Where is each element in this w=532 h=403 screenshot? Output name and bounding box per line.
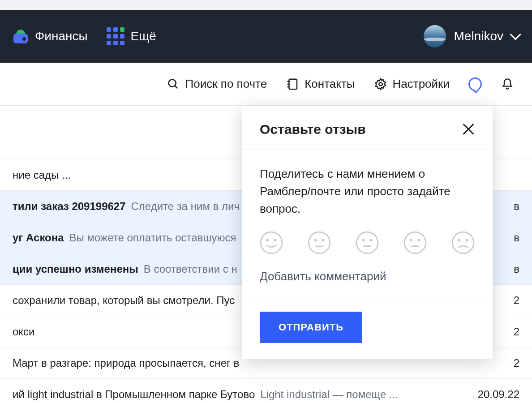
- user-menu[interactable]: Melnikov: [424, 25, 519, 47]
- svg-line-1: [175, 86, 177, 88]
- gear-icon: [374, 77, 387, 91]
- svg-point-9: [275, 240, 276, 241]
- nav-finance-label: Финансы: [35, 29, 88, 43]
- smiley-happy[interactable]: [308, 231, 331, 254]
- mail-subject: ние сады ...: [13, 169, 71, 181]
- grid-icon: [107, 27, 124, 45]
- svg-point-7: [261, 232, 282, 253]
- submit-button[interactable]: ОТПРАВИТЬ: [260, 312, 362, 343]
- mail-subject: ции успешно изменены: [13, 263, 138, 275]
- mail-subject: окси: [13, 326, 35, 338]
- svg-point-15: [370, 240, 372, 241]
- popup-title: Оставьте отзыв: [260, 122, 366, 137]
- mail-subject: сохранили товар, который вы смотрели. Пу…: [13, 294, 235, 307]
- svg-point-18: [411, 240, 412, 241]
- smiley-very-sad[interactable]: [451, 231, 475, 254]
- mail-date: в: [514, 263, 519, 275]
- close-button[interactable]: [462, 123, 475, 136]
- feedback-popup: Оставьте отзыв Поделитесь с нами мнением…: [242, 106, 493, 359]
- mail-preview: В соответствии с н: [144, 263, 237, 275]
- svg-point-8: [267, 240, 268, 241]
- svg-point-0: [168, 79, 176, 86]
- svg-point-17: [404, 232, 426, 253]
- svg-rect-2: [289, 79, 297, 89]
- popup-footer: ОТПРАВИТЬ: [242, 297, 493, 359]
- add-comment-link[interactable]: Добавить комментарий: [260, 270, 475, 283]
- popup-header: Оставьте отзыв: [242, 106, 493, 150]
- svg-point-19: [418, 240, 420, 241]
- mail-date: в: [514, 232, 519, 244]
- svg-point-12: [322, 240, 324, 241]
- mail-subject: тили заказ 209199627: [13, 200, 126, 213]
- search-label: Поиск по почте: [185, 77, 267, 91]
- contacts-icon: [286, 77, 299, 91]
- mail-subject: Март в разгаре: природа просыпается, сне…: [13, 357, 239, 369]
- mail-date: 2: [514, 294, 519, 307]
- popup-body: Поделитесь с нами мнением о Рамблер/почт…: [242, 150, 493, 297]
- search-icon: [167, 77, 180, 91]
- notifications-button[interactable]: [501, 77, 514, 91]
- svg-point-11: [315, 240, 316, 241]
- toolbar: Поиск по почте Контакты Настройки: [0, 63, 532, 106]
- chevron-down-icon: [510, 29, 521, 40]
- svg-point-13: [356, 232, 378, 253]
- svg-point-10: [309, 232, 330, 253]
- smiley-neutral[interactable]: [356, 231, 379, 254]
- settings-label: Настройки: [393, 77, 450, 91]
- wallet-icon: [13, 28, 29, 44]
- mail-preview: Следите за ним в лич: [131, 200, 240, 213]
- svg-point-21: [459, 240, 460, 241]
- svg-point-20: [452, 232, 474, 253]
- mail-date: в: [514, 200, 519, 213]
- smiley-sad[interactable]: [403, 231, 427, 254]
- avatar: [424, 25, 446, 47]
- mail-date: 2: [514, 357, 519, 369]
- svg-point-14: [363, 240, 364, 241]
- contacts-button[interactable]: Контакты: [286, 77, 355, 91]
- feedback-icon: [468, 77, 482, 91]
- nav-finance[interactable]: Финансы: [13, 28, 88, 44]
- bell-icon: [501, 77, 514, 91]
- mail-row[interactable]: ий light industrial в Промышленном парке…: [0, 379, 532, 403]
- mail-date: 2: [514, 326, 519, 338]
- mail-subject: уг Аскона: [13, 232, 64, 244]
- svg-point-6: [379, 82, 382, 86]
- mail-preview: Light industrial — помеще ...: [260, 388, 398, 401]
- mail-date: 20.09.22: [478, 388, 519, 401]
- contacts-label: Контакты: [305, 77, 355, 91]
- settings-button[interactable]: Настройки: [374, 77, 450, 91]
- nav-more-label: Ещё: [131, 29, 156, 43]
- app-header: Финансы Ещё Melnikov: [0, 10, 532, 63]
- search-button[interactable]: Поиск по почте: [167, 77, 267, 91]
- mail-preview: Вы можете оплатить оставшуюся: [69, 232, 236, 244]
- header-nav: Финансы Ещё: [13, 27, 156, 45]
- rating-smileys: [260, 231, 475, 254]
- svg-point-22: [466, 240, 468, 241]
- smiley-very-happy[interactable]: [260, 231, 283, 254]
- popup-description: Поделитесь с нами мнением о Рамблер/почт…: [260, 165, 475, 218]
- username-label: Melnikov: [454, 29, 503, 43]
- nav-more[interactable]: Ещё: [107, 27, 156, 45]
- feedback-button[interactable]: [468, 77, 482, 91]
- mail-subject: ий light industrial в Промышленном парке…: [13, 388, 255, 401]
